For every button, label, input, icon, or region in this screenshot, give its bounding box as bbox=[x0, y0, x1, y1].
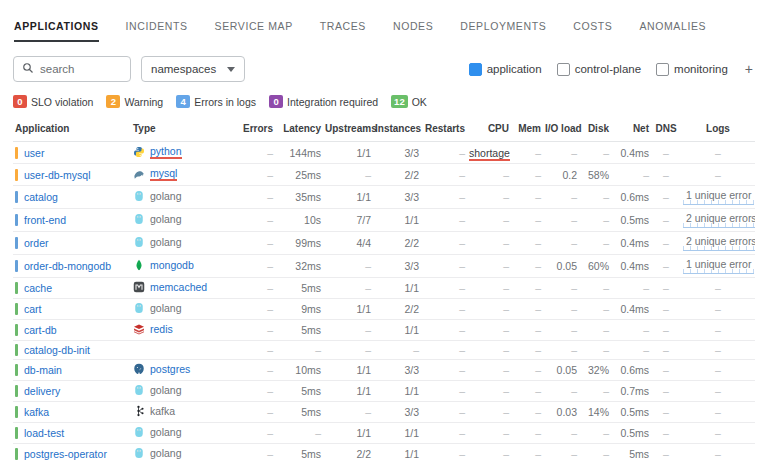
search-box[interactable] bbox=[13, 56, 131, 82]
application-link[interactable]: kafka bbox=[24, 406, 49, 418]
nav-tab[interactable]: ANOMALIES bbox=[639, 20, 706, 42]
table-row[interactable]: user python – 144ms 1/1 3/3 – shortage –… bbox=[13, 142, 755, 164]
checkbox-icon[interactable] bbox=[469, 63, 482, 76]
logs-cell[interactable]: 2 unique errors bbox=[683, 235, 755, 251]
application-link[interactable]: order bbox=[24, 237, 49, 249]
table-row[interactable]: front-end golang – 10s 7/7 1/1 – – – – –… bbox=[13, 209, 755, 232]
type-label[interactable]: python bbox=[150, 145, 182, 159]
table-row[interactable]: order-db-mongodb mongodb – 32ms – 3/3 – … bbox=[13, 255, 755, 278]
dns-cell: – bbox=[651, 278, 681, 299]
table-row[interactable]: load-test golang – – 1/1 1/1 – – – – – 0… bbox=[13, 423, 755, 444]
net-cell: – bbox=[611, 278, 651, 299]
application-link[interactable]: cart-db bbox=[24, 324, 57, 336]
errors-cell: – bbox=[239, 320, 275, 341]
table-row[interactable]: kafka kafka – 5ms – 3/3 – – – 0.03 14% 0… bbox=[13, 402, 755, 423]
cpu-cell: – bbox=[467, 209, 511, 232]
legend-label: SLO violation bbox=[31, 96, 93, 108]
application-link[interactable]: order-db-mongodb bbox=[24, 260, 111, 272]
application-link[interactable]: cart bbox=[24, 303, 42, 315]
cpu-cell: – bbox=[467, 423, 511, 444]
golang-icon bbox=[133, 384, 145, 396]
table-row[interactable]: user-db-mysql mysql – 25ms – 2/2 – – – 0… bbox=[13, 164, 755, 186]
dns-cell: – bbox=[651, 232, 681, 255]
upstreams-cell: 1/1 bbox=[323, 360, 373, 381]
table-row[interactable]: cart golang – 9ms 1/1 2/2 – – – – – 0.4m… bbox=[13, 299, 755, 320]
cpu-cell: – bbox=[467, 341, 511, 360]
logs-cell[interactable]: 2 unique errors bbox=[683, 212, 755, 228]
upstreams-cell: – bbox=[323, 402, 373, 423]
logs-cell: – bbox=[715, 169, 721, 181]
application-link[interactable]: db-main bbox=[24, 364, 62, 376]
python-icon bbox=[133, 146, 145, 158]
legend-item: 0 SLO violation bbox=[13, 95, 93, 108]
mem-cell: – bbox=[511, 164, 543, 186]
type-label[interactable]: memcached bbox=[150, 281, 207, 293]
cpu-cell: – bbox=[467, 299, 511, 320]
logs-cell: – bbox=[715, 406, 721, 418]
nav-tab[interactable]: COSTS bbox=[573, 20, 612, 42]
status-indicator bbox=[15, 364, 18, 376]
nav-tab[interactable]: TRACES bbox=[320, 20, 366, 42]
column-header: Mem bbox=[511, 117, 543, 142]
checkbox-icon[interactable] bbox=[656, 63, 669, 76]
application-link[interactable]: cache bbox=[24, 282, 52, 294]
mem-cell: – bbox=[511, 381, 543, 402]
table-row[interactable]: db-main postgres – 10ms 1/1 3/3 – – – 0.… bbox=[13, 360, 755, 381]
restarts-cell: – bbox=[421, 381, 467, 402]
search-input[interactable] bbox=[40, 63, 120, 75]
type-label[interactable]: mysql bbox=[150, 167, 177, 181]
category-checkbox[interactable]: control-plane bbox=[557, 63, 641, 76]
application-link[interactable]: user bbox=[24, 147, 44, 159]
checkbox-icon[interactable] bbox=[557, 63, 570, 76]
logs-cell[interactable]: 1 unique error bbox=[683, 189, 754, 205]
category-checkbox[interactable]: monitoring bbox=[656, 63, 728, 76]
logs-cell: – bbox=[715, 448, 721, 460]
nav-tab[interactable]: SERVICE MAP bbox=[215, 20, 293, 42]
nav-tab[interactable]: DEPLOYMENTS bbox=[460, 20, 546, 42]
errors-cell: – bbox=[239, 360, 275, 381]
column-header: CPU bbox=[467, 117, 511, 142]
nav-tab[interactable]: INCIDENTS bbox=[126, 20, 188, 42]
restarts-cell: – bbox=[421, 320, 467, 341]
nav-tab[interactable]: APPLICATIONS bbox=[14, 20, 99, 42]
dns-cell: – bbox=[651, 164, 681, 186]
table-row[interactable]: postgres-operator golang – 5ms 2/2 1/1 –… bbox=[13, 444, 755, 462]
disk-cell: – bbox=[579, 444, 611, 462]
logs-cell[interactable]: 1 unique error bbox=[683, 258, 754, 274]
dns-cell: – bbox=[651, 255, 681, 278]
column-header: Latency bbox=[275, 117, 323, 142]
application-link[interactable]: catalog-db-init bbox=[24, 344, 90, 356]
instances-cell: 1/1 bbox=[373, 381, 421, 402]
table-row[interactable]: order golang – 99ms 4/4 2/2 – – – – – 0.… bbox=[13, 232, 755, 255]
table-row[interactable]: cart-db redis – 5ms – 1/1 – – – – – – – … bbox=[13, 320, 755, 341]
table-row[interactable]: cache memcached – 5ms – 1/1 – – – – – – … bbox=[13, 278, 755, 299]
type-label: golang bbox=[150, 447, 182, 459]
golang-icon bbox=[133, 447, 145, 459]
type-label[interactable]: postgres bbox=[150, 363, 190, 375]
application-link[interactable]: front-end bbox=[24, 214, 66, 226]
table-row[interactable]: delivery golang – 5ms 1/1 1/1 – – – – – … bbox=[13, 381, 755, 402]
application-link[interactable]: catalog bbox=[24, 191, 58, 203]
latency-cell: 5ms bbox=[275, 444, 323, 462]
applications-page: APPLICATIONS INCIDENTS SERVICE MAP TRACE… bbox=[0, 0, 768, 462]
instances-cell: 3/3 bbox=[373, 142, 421, 164]
instances-cell: 1/1 bbox=[373, 423, 421, 444]
namespaces-select[interactable]: namespaces bbox=[141, 56, 245, 82]
application-link[interactable]: user-db-mysql bbox=[24, 169, 91, 181]
category-checkbox[interactable]: application bbox=[469, 63, 542, 76]
application-link[interactable]: postgres-operator bbox=[24, 448, 107, 460]
upstreams-cell: 1/1 bbox=[323, 423, 373, 444]
cpu-cell: – bbox=[467, 444, 511, 462]
net-cell: 0.6ms bbox=[611, 360, 651, 381]
category-label: application bbox=[487, 63, 542, 75]
table-row[interactable]: catalog golang – 35ms 1/1 3/3 – – – – – … bbox=[13, 186, 755, 209]
type-label[interactable]: mongodb bbox=[150, 259, 194, 271]
type-label[interactable]: redis bbox=[150, 323, 173, 335]
application-link[interactable]: load-test bbox=[24, 427, 64, 439]
table-row[interactable]: catalog-db-init – – – – – – – – – – – – bbox=[13, 341, 755, 360]
status-indicator bbox=[15, 169, 18, 181]
add-category-button[interactable]: + bbox=[743, 61, 755, 77]
errors-cell: – bbox=[239, 142, 275, 164]
nav-tab[interactable]: NODES bbox=[393, 20, 433, 42]
application-link[interactable]: delivery bbox=[24, 385, 60, 397]
